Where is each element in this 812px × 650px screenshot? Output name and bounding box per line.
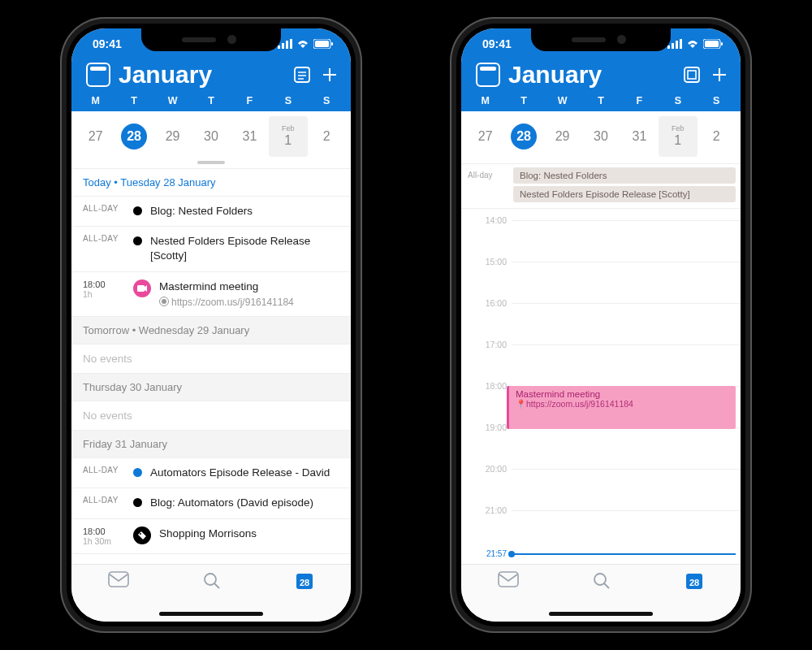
calendar-dot-icon — [133, 468, 142, 477]
svg-rect-27 — [685, 67, 699, 82]
day-view-icon[interactable] — [682, 65, 702, 84]
svg-point-14 — [140, 533, 141, 535]
svg-rect-21 — [672, 43, 674, 49]
wifi-icon — [296, 39, 309, 49]
device-notch — [531, 28, 671, 51]
tab-search[interactable] — [592, 571, 611, 591]
add-event-icon[interactable] — [710, 65, 729, 84]
svg-rect-0 — [278, 46, 280, 49]
section-header: Friday 31 January — [71, 431, 351, 458]
month-title[interactable]: January — [119, 61, 284, 89]
weekday-label: S — [269, 95, 307, 106]
svg-rect-13 — [137, 285, 145, 292]
allday-event[interactable]: Nested Folders Episode Release [Scotty] — [513, 186, 736, 202]
weekday-label: S — [308, 95, 346, 106]
status-time: 09:41 — [482, 37, 512, 50]
app-menu-icon[interactable] — [86, 63, 110, 87]
tab-calendar[interactable]: 28 — [295, 571, 314, 591]
location-icon: 📍 — [516, 399, 526, 409]
hour-row: 20:00 — [461, 469, 741, 479]
svg-rect-23 — [680, 39, 682, 49]
agenda-event[interactable]: ALL-DAYAutomators Episode Release - Davi… — [71, 458, 351, 488]
hour-row: 21:00 — [461, 510, 741, 520]
svg-rect-25 — [705, 41, 719, 47]
weekday-label: W — [153, 95, 192, 106]
svg-rect-7 — [295, 67, 309, 82]
status-indicators — [278, 39, 333, 49]
agenda-list[interactable]: Today • Tuesday 28 JanuaryALL-DAYBlog: N… — [71, 169, 351, 554]
day-cell[interactable]: 2 — [698, 116, 736, 157]
wifi-icon — [686, 39, 699, 49]
home-indicator[interactable] — [549, 612, 653, 616]
app-menu-icon[interactable] — [476, 63, 500, 87]
hour-row: 14:00 — [461, 220, 741, 230]
day-cell[interactable]: 31 — [620, 116, 659, 157]
agenda-event[interactable]: 18:001hMastermind meetinghttps://zoom.us… — [71, 272, 351, 317]
svg-point-32 — [594, 574, 606, 585]
agenda-view-icon[interactable] — [292, 65, 312, 84]
day-cell[interactable]: 28 — [114, 116, 153, 157]
agenda-event[interactable]: ALL-DAYNested Folders Episode Release [S… — [71, 227, 351, 271]
hour-row: 16:00 — [461, 303, 741, 313]
day-cell[interactable]: 2 — [308, 116, 346, 157]
svg-rect-31 — [499, 572, 518, 587]
day-cell[interactable]: 31 — [231, 116, 269, 157]
svg-rect-2 — [286, 41, 288, 49]
weekday-label: T — [114, 95, 153, 106]
svg-rect-3 — [290, 39, 292, 49]
no-events: No events — [71, 344, 351, 374]
agenda-event[interactable]: 18:001h 30mShopping Morrisons — [71, 519, 351, 554]
weekday-label: F — [620, 95, 659, 106]
weekday-label: T — [504, 95, 542, 106]
day-cell[interactable]: 28 — [504, 116, 542, 157]
calendar-dot-icon — [133, 236, 142, 245]
day-cell[interactable]: 30 — [192, 116, 230, 157]
battery-icon — [313, 39, 333, 49]
location-icon — [159, 297, 169, 306]
tab-mail[interactable] — [108, 571, 129, 587]
section-header: Tomorrow • Wednesday 29 January — [71, 317, 351, 344]
day-cell[interactable]: Feb1 — [269, 116, 307, 157]
svg-rect-26 — [721, 42, 723, 46]
svg-text:28: 28 — [689, 578, 699, 587]
home-indicator[interactable] — [159, 612, 263, 616]
svg-rect-20 — [667, 46, 670, 49]
calendar-dot-icon — [133, 498, 142, 507]
tab-search[interactable] — [202, 571, 222, 591]
day-cell[interactable]: 27 — [466, 116, 504, 157]
day-cell[interactable]: Feb1 — [659, 116, 697, 157]
allday-row: All-day Blog: Nested FoldersNested Folde… — [461, 164, 741, 209]
add-event-icon[interactable] — [320, 65, 339, 84]
timeline-event[interactable]: Mastermind meeting📍https://zoom.us/j/916… — [507, 386, 736, 429]
tab-mail[interactable] — [498, 571, 519, 587]
agenda-event[interactable]: ALL-DAYBlog: Automators (David episode) — [71, 488, 351, 518]
weekday-label: S — [659, 95, 697, 106]
week-days: 2728293031Feb12 — [71, 111, 351, 157]
weekday-label: M — [466, 95, 504, 106]
now-indicator: 21:57 — [461, 549, 736, 558]
tab-calendar[interactable]: 28 — [685, 571, 704, 591]
svg-rect-22 — [676, 41, 678, 49]
weekday-labels: MTWTFSS — [461, 95, 741, 111]
tag-icon — [133, 526, 151, 544]
day-cell[interactable]: 30 — [581, 116, 620, 157]
allday-event[interactable]: Blog: Nested Folders — [513, 167, 736, 184]
timeline[interactable]: 14:0015:0016:0017:0018:0019:0020:0021:00… — [461, 209, 741, 558]
weekday-label: F — [231, 95, 269, 106]
svg-rect-28 — [688, 71, 696, 79]
camera-icon — [133, 280, 151, 297]
status-indicators — [667, 39, 723, 49]
phone-timeline: 09:41 January MTWTFSS 2728293031Feb12 Al… — [450, 17, 752, 633]
section-header: Today • Tuesday 28 January — [71, 169, 351, 197]
drag-handle[interactable] — [71, 157, 351, 169]
day-cell[interactable]: 29 — [543, 116, 581, 157]
allday-label: All-day — [461, 164, 513, 208]
svg-line-33 — [604, 583, 609, 588]
device-notch — [141, 28, 281, 51]
agenda-event[interactable]: ALL-DAYBlog: Nested Folders — [71, 197, 351, 227]
day-cell[interactable]: 29 — [153, 116, 192, 157]
svg-rect-5 — [315, 41, 329, 47]
month-title[interactable]: January — [508, 61, 674, 89]
day-cell[interactable]: 27 — [76, 116, 114, 157]
no-events: No events — [71, 401, 351, 431]
